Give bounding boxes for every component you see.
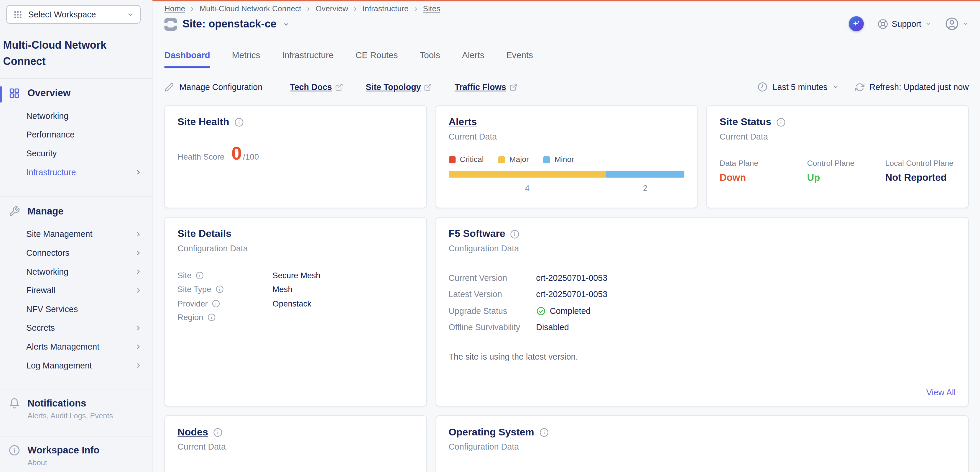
info-icon[interactable] — [776, 117, 786, 126]
health-score-max: /100 — [243, 152, 259, 161]
sidebar-group-manage[interactable]: Manage — [0, 197, 152, 223]
tab-tools[interactable]: Tools — [420, 50, 440, 68]
info-icon[interactable] — [213, 427, 223, 437]
traffic-flows-link[interactable]: Traffic Flows — [455, 82, 517, 92]
card-subtitle: Configuration Data — [178, 244, 414, 254]
sidebar-item-alerts-management[interactable]: Alerts Management — [0, 337, 152, 356]
notifications-subtitle: Alerts, Audit Logs, Events — [27, 411, 113, 420]
sidebar-item-connectors[interactable]: Connectors — [0, 243, 152, 262]
sidebar-group-overview[interactable]: Overview — [0, 79, 152, 105]
sidebar-item-log-management[interactable]: Log Management — [0, 356, 152, 375]
info-icon[interactable] — [510, 229, 520, 239]
sidebar-title: Multi-Cloud Network Connect — [3, 37, 115, 69]
bar-value-minor: 2 — [606, 183, 684, 193]
time-range-selector[interactable]: Last 5 minutes — [758, 82, 839, 92]
status-local-control-plane: Local Control Plane Not Reported — [885, 159, 956, 183]
legend-item-critical: Critical — [449, 155, 484, 164]
bar-segment-minor[interactable] — [606, 171, 684, 178]
alerts-stacked-bar[interactable] — [449, 171, 684, 178]
tab-dashboard[interactable]: Dashboard — [164, 50, 210, 68]
sidebar-item-security[interactable]: Security — [0, 144, 152, 163]
sidebar-item-workspace-info[interactable]: Workspace Info About — [0, 437, 152, 472]
info-icon[interactable] — [234, 117, 243, 126]
chevron-down-icon — [127, 11, 134, 18]
info-icon[interactable] — [208, 314, 216, 322]
active-indicator — [0, 86, 2, 103]
site-topology-link[interactable]: Site Topology — [366, 82, 432, 92]
wrench-icon — [9, 206, 20, 217]
alerts-legend: Critical Major Minor — [449, 155, 684, 164]
toolbar: Manage Configuration Tech Docs Site Topo… — [164, 82, 969, 92]
chevron-right-icon — [189, 6, 195, 11]
info-icon[interactable] — [216, 285, 224, 293]
tab-ce-routes[interactable]: CE Routes — [356, 50, 398, 68]
breadcrumb-sites[interactable]: Sites — [423, 4, 440, 14]
site-health-card: Site Health Health Score 0 /100 — [164, 105, 427, 208]
manage-nav-list: Site Management Connectors Networking Fi… — [0, 223, 152, 381]
legend-swatch-critical — [449, 156, 455, 163]
chevron-right-icon — [413, 6, 418, 11]
sidebar-item-notifications[interactable]: Notifications Alerts, Audit Logs, Events — [0, 390, 152, 428]
chevron-right-icon — [135, 230, 142, 237]
refresh-button[interactable]: Refresh: Updated just now — [855, 82, 969, 92]
f5-version-note: The site is using the latest version. — [449, 352, 956, 362]
refresh-icon — [855, 82, 864, 92]
info-icon[interactable] — [212, 300, 221, 308]
chevron-right-icon — [135, 287, 142, 293]
workspace-selector[interactable]: Select Workspace — [6, 5, 141, 24]
chevron-right-icon — [135, 249, 142, 256]
tab-metrics[interactable]: Metrics — [232, 50, 260, 68]
f5-row-current-version: Current Version crt-20250701-0053 — [449, 269, 956, 286]
sidebar-item-nfv-services[interactable]: NFV Services — [0, 300, 152, 318]
status-control-plane: Control Plane Up — [807, 159, 885, 183]
health-score-row: Health Score 0 /100 — [178, 144, 414, 163]
chevron-down-icon — [963, 21, 969, 27]
tech-docs-link[interactable]: Tech Docs — [290, 82, 343, 92]
tab-infrastructure[interactable]: Infrastructure — [282, 50, 334, 68]
f5-row-latest-version: Latest Version crt-20250701-0053 — [449, 286, 956, 303]
workspace-info-subtitle: About — [27, 458, 99, 467]
sidebar-item-performance[interactable]: Performance — [0, 125, 152, 144]
info-icon[interactable] — [539, 427, 549, 437]
chevron-down-icon — [925, 21, 931, 27]
sidebar-item-networking-manage[interactable]: Networking — [0, 262, 152, 281]
overview-grid-icon — [9, 88, 20, 99]
breadcrumb-infrastructure[interactable]: Infrastructure — [363, 4, 409, 14]
info-icon[interactable] — [196, 271, 204, 280]
bar-segment-major[interactable] — [449, 171, 606, 178]
workspace-selector-label: Select Workspace — [28, 10, 96, 19]
tab-events[interactable]: Events — [506, 50, 533, 68]
site-status-card: Site Status Current Data Data Plane Down… — [706, 105, 969, 208]
nodes-card: Nodes Current Data — [164, 415, 427, 472]
chevron-down-icon — [833, 84, 839, 90]
sidebar-item-secrets[interactable]: Secrets — [0, 318, 152, 337]
sidebar-item-firewall[interactable]: Firewall — [0, 281, 152, 300]
ai-assistant-button[interactable] — [848, 16, 864, 31]
health-score-value: 0 — [231, 144, 242, 163]
user-menu[interactable] — [945, 17, 969, 31]
breadcrumb-overview[interactable]: Overview — [315, 4, 348, 14]
card-subtitle: Configuration Data — [449, 442, 956, 452]
chevron-down-icon[interactable] — [283, 21, 290, 27]
external-link-icon — [509, 83, 518, 91]
page-title: Site: openstack-ce — [183, 18, 276, 30]
manage-configuration-button[interactable]: Manage Configuration — [164, 82, 262, 92]
chevron-right-icon — [305, 6, 311, 11]
tab-alerts[interactable]: Alerts — [462, 50, 484, 68]
sidebar-item-infrastructure[interactable]: Infrastructure — [0, 163, 152, 182]
sidebar-item-site-management[interactable]: Site Management — [0, 225, 152, 243]
view-all-link[interactable]: View All — [926, 387, 956, 397]
f5-row-upgrade-status: Upgrade Status Completed — [449, 303, 956, 319]
card-subtitle: Current Data — [720, 132, 956, 141]
sidebar-item-networking[interactable]: Networking — [0, 106, 152, 125]
alerts-card-title-link[interactable]: Alerts — [449, 116, 477, 128]
bell-icon — [9, 398, 20, 420]
breadcrumb-workspace[interactable]: Multi-Cloud Network Connect — [200, 4, 301, 14]
lifebuoy-icon — [877, 19, 888, 29]
f5-software-card: F5 Software Configuration Data Current V… — [436, 217, 969, 407]
bar-value-major: 4 — [449, 183, 606, 193]
nodes-card-title-link[interactable]: Nodes — [178, 427, 208, 438]
support-menu[interactable]: Support — [877, 19, 931, 29]
card-title: F5 Software — [449, 228, 505, 239]
breadcrumb-home[interactable]: Home — [164, 4, 185, 14]
